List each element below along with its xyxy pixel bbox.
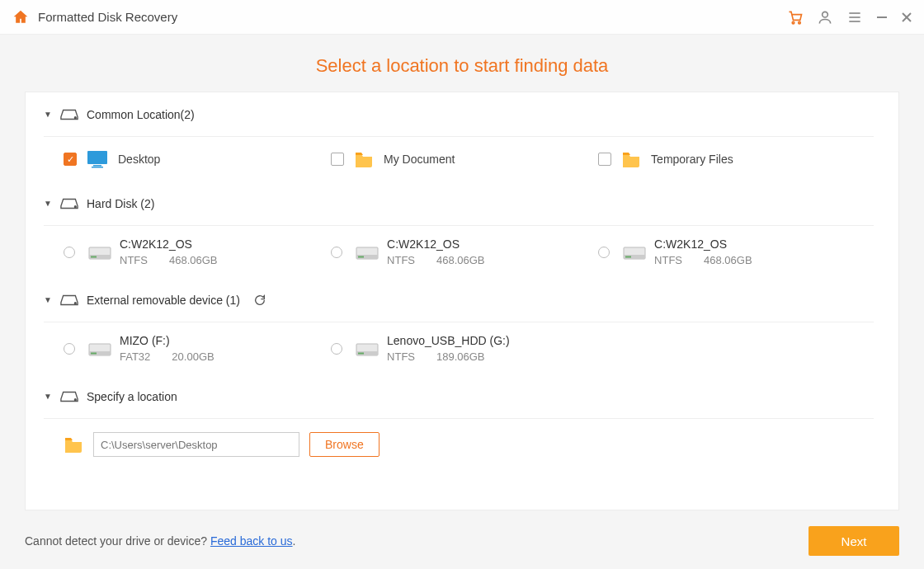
disk-outline-icon bbox=[60, 390, 78, 403]
next-button[interactable]: Next bbox=[808, 526, 899, 556]
drive-item[interactable]: C:W2K12_OS NTFS468.06GB bbox=[598, 226, 865, 278]
close-button[interactable] bbox=[901, 12, 912, 23]
footer-bar: Cannot detect your drive or device? Feed… bbox=[0, 513, 924, 569]
location-panel: ▼ Common Location(2) ✓ Desktop My Docume… bbox=[25, 92, 899, 510]
svg-point-2 bbox=[823, 12, 828, 17]
svg-point-9 bbox=[74, 116, 76, 118]
disk-outline-icon bbox=[60, 108, 78, 121]
folder-icon bbox=[354, 151, 374, 167]
path-input[interactable] bbox=[93, 432, 299, 457]
section-title: External removable device (1) bbox=[87, 294, 240, 307]
drive-icon bbox=[88, 340, 111, 358]
location-label: Temporary Files bbox=[651, 153, 733, 166]
location-label: My Document bbox=[384, 153, 455, 166]
location-item-documents[interactable]: My Document bbox=[331, 137, 598, 181]
drive-item[interactable]: Lenovo_USB_HDD (G:) NTFS189.06GB bbox=[331, 322, 598, 374]
svg-rect-12 bbox=[93, 165, 101, 167]
svg-rect-11 bbox=[88, 152, 106, 162]
folder-icon bbox=[621, 151, 641, 167]
svg-rect-20 bbox=[358, 256, 364, 257]
section-title: Common Location(2) bbox=[87, 108, 195, 121]
window-title: Formatted Disk Recovery bbox=[38, 10, 177, 24]
drive-info: C:W2K12_OS NTFS468.06GB bbox=[654, 237, 752, 266]
radio[interactable] bbox=[64, 343, 75, 355]
refresh-icon[interactable] bbox=[253, 294, 266, 307]
drive-icon bbox=[88, 243, 111, 261]
svg-point-0 bbox=[792, 21, 794, 23]
drive-icon bbox=[356, 340, 379, 358]
chevron-down-icon: ▼ bbox=[44, 392, 52, 401]
radio[interactable] bbox=[331, 343, 342, 355]
svg-point-31 bbox=[74, 398, 76, 400]
minimize-button[interactable] bbox=[876, 12, 888, 23]
chevron-down-icon: ▼ bbox=[44, 199, 52, 208]
title-bar: Formatted Disk Recovery bbox=[0, 0, 924, 35]
drive-icon bbox=[623, 243, 646, 261]
chevron-down-icon: ▼ bbox=[44, 110, 52, 119]
drive-info: MIZO (F:) FAT3220.00GB bbox=[120, 334, 214, 363]
svg-point-24 bbox=[74, 302, 76, 303]
section-header-hard-disk[interactable]: ▼ Hard Disk (2) bbox=[44, 181, 874, 226]
home-icon[interactable] bbox=[12, 9, 30, 26]
cart-icon[interactable] bbox=[787, 9, 804, 26]
drive-icon bbox=[356, 243, 379, 261]
drive-info: Lenovo_USB_HDD (G:) NTFS189.06GB bbox=[387, 334, 510, 363]
section-title: Specify a location bbox=[87, 390, 177, 403]
drive-info: C:W2K12_OS NTFS468.06GB bbox=[120, 237, 218, 266]
drive-info: C:W2K12_OS NTFS468.06GB bbox=[387, 237, 485, 266]
drive-item[interactable]: C:W2K12_OS NTFS468.06GB bbox=[64, 226, 331, 278]
svg-rect-27 bbox=[91, 352, 97, 354]
radio[interactable] bbox=[598, 247, 610, 258]
radio[interactable] bbox=[331, 247, 342, 258]
chevron-down-icon: ▼ bbox=[44, 295, 52, 304]
location-item-desktop[interactable]: ✓ Desktop bbox=[64, 137, 331, 181]
page-heading: Select a location to start finding data bbox=[0, 35, 924, 92]
help-text: Cannot detect your drive or device? Feed… bbox=[25, 534, 295, 548]
menu-icon[interactable] bbox=[846, 9, 863, 26]
location-label: Desktop bbox=[118, 153, 160, 166]
checkbox[interactable] bbox=[598, 153, 611, 166]
svg-rect-23 bbox=[625, 256, 631, 257]
drive-item[interactable]: MIZO (F:) FAT3220.00GB bbox=[64, 322, 331, 374]
svg-rect-30 bbox=[358, 352, 364, 354]
svg-rect-13 bbox=[92, 167, 103, 168]
user-icon[interactable] bbox=[817, 9, 833, 26]
svg-rect-17 bbox=[91, 256, 97, 257]
location-item-temp[interactable]: Temporary Files bbox=[598, 137, 865, 181]
disk-outline-icon bbox=[60, 294, 78, 307]
drive-item[interactable]: C:W2K12_OS NTFS468.06GB bbox=[331, 226, 598, 278]
radio[interactable] bbox=[64, 247, 75, 258]
svg-point-1 bbox=[799, 21, 801, 23]
svg-point-14 bbox=[74, 205, 76, 207]
browse-button[interactable]: Browse bbox=[309, 432, 380, 457]
checkbox[interactable] bbox=[331, 153, 344, 166]
feedback-link[interactable]: Feed back to us bbox=[210, 534, 293, 548]
monitor-icon bbox=[87, 150, 108, 168]
section-header-external[interactable]: ▼ External removable device (1) bbox=[44, 278, 874, 322]
checkbox[interactable]: ✓ bbox=[64, 153, 77, 166]
section-header-specify[interactable]: ▼ Specify a location bbox=[44, 374, 874, 419]
section-header-common[interactable]: ▼ Common Location(2) bbox=[44, 92, 874, 137]
disk-outline-icon bbox=[60, 197, 78, 210]
section-title: Hard Disk (2) bbox=[87, 197, 154, 210]
folder-icon bbox=[64, 436, 83, 453]
